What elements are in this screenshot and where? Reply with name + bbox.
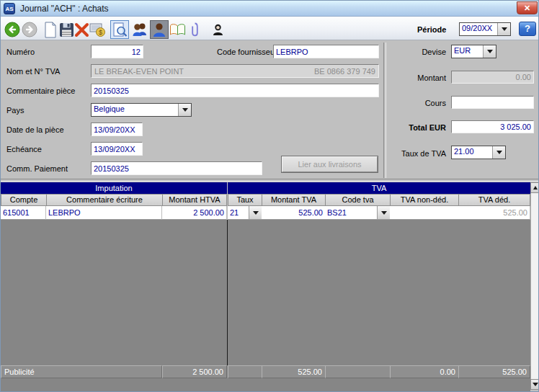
summary-taux: [228, 365, 262, 378]
back-button[interactable]: [3, 20, 22, 39]
devise-select[interactable]: EUR: [451, 45, 496, 58]
echeance-input[interactable]: [91, 142, 143, 156]
scroll-down-button[interactable]: [530, 379, 539, 390]
cell-taux[interactable]: 21: [228, 206, 262, 220]
chevron-down-icon[interactable]: [178, 104, 191, 116]
triangle-up-icon: [533, 186, 538, 190]
fournisseur-name: LE BREAK-EVEN POINT: [94, 67, 184, 76]
summary-tva-ded: 525.00: [458, 365, 530, 378]
chevron-down-icon[interactable]: [497, 23, 510, 35]
col-header-code-tva[interactable]: Code tva: [325, 194, 391, 206]
period-value: 09/20XX: [460, 23, 497, 35]
summary-montant-tva: 525.00: [262, 365, 326, 378]
total-eur-input[interactable]: [451, 120, 534, 133]
echeance-label: Echéance: [6, 145, 42, 153]
devise-value: EUR: [452, 45, 483, 58]
forward-icon: [22, 22, 37, 37]
group-header-imputation: Imputation: [1, 182, 227, 194]
title-bar: AS Journal "ACH" : Achats: [1, 1, 538, 17]
chevron-down-icon[interactable]: [377, 206, 390, 219]
code-fournisseur-input[interactable]: [273, 45, 379, 58]
close-button[interactable]: ✕: [517, 1, 538, 14]
chevron-down-icon[interactable]: [483, 45, 496, 58]
cash-button[interactable]: $: [88, 20, 107, 39]
cell-compte[interactable]: 615001: [1, 206, 46, 220]
pays-label: Pays: [6, 106, 24, 115]
app-icon: AS: [4, 3, 15, 14]
triangle-down-icon: [533, 383, 538, 386]
form-vertical-divider: [383, 43, 386, 178]
devise-label: Devise: [390, 48, 446, 56]
col-header-tva-ded[interactable]: TVA déd.: [458, 194, 530, 206]
window-title: Journal "ACH" : Achats: [20, 4, 109, 14]
nom-tva-field: LE BREAK-EVEN POINT BE 0866 379 749: [91, 64, 379, 78]
chevron-down-icon[interactable]: [249, 206, 262, 219]
users-button[interactable]: [130, 20, 149, 39]
cours-input[interactable]: [451, 96, 534, 109]
vertical-scrollbar[interactable]: [530, 182, 539, 390]
book-icon: [169, 23, 187, 37]
col-header-tva-non-ded[interactable]: TVA non-déd.: [390, 194, 459, 206]
search-document-icon: [112, 22, 128, 37]
period-label: Période: [417, 25, 446, 34]
summary-code-tva: [325, 365, 391, 378]
col-header-montant-htva[interactable]: Montant HTVA: [162, 194, 227, 206]
cell-tva-non-ded[interactable]: [390, 206, 459, 220]
comm-paiement-input[interactable]: [91, 161, 262, 175]
cell-montant-htva[interactable]: 2 500.00: [162, 206, 227, 220]
attachment-button[interactable]: [185, 20, 204, 39]
summary-account-label: Publicité: [1, 365, 162, 378]
person-button[interactable]: [208, 20, 227, 39]
cours-label: Cours: [390, 99, 446, 107]
code-tva-value: BS21: [325, 206, 377, 219]
period-select[interactable]: 09/20XX: [459, 22, 511, 36]
fournisseur-vat-number: BE 0866 379 749: [314, 67, 375, 76]
date-piece-input[interactable]: [91, 122, 143, 136]
journal-window: AS Journal "ACH" : Achats ✕: [0, 0, 539, 392]
summary-tva-non-ded: 0.00: [390, 365, 459, 378]
cell-commentaire[interactable]: LEBRPO: [46, 206, 162, 220]
total-eur-label: Total EUR: [390, 123, 446, 132]
numero-input[interactable]: [91, 45, 143, 58]
back-icon: [4, 22, 20, 37]
col-header-montant-tva[interactable]: Montant TVA: [262, 194, 326, 206]
chevron-down-icon[interactable]: [492, 146, 505, 159]
code-fournisseur-label: Code fournisseur: [217, 48, 277, 56]
date-piece-label: Date de la pièce: [6, 125, 64, 134]
scroll-up-button[interactable]: [530, 182, 539, 193]
montant-input: [451, 71, 534, 84]
cell-code-tva[interactable]: BS21: [325, 206, 391, 220]
form-bottom-divider: [1, 179, 539, 182]
forward-button[interactable]: [20, 20, 39, 39]
lier-livraisons-button[interactable]: Lier aux livraisons: [282, 156, 378, 172]
numero-label: Numéro: [6, 48, 35, 56]
help-button[interactable]: ?: [519, 22, 536, 36]
summary-montant-htva: 2 500.00: [162, 365, 227, 378]
col-header-taux[interactable]: Taux: [228, 194, 262, 206]
cell-montant-tva[interactable]: 525.00: [262, 206, 326, 220]
svg-text:$: $: [99, 29, 102, 36]
cash-icon: $: [89, 22, 106, 37]
taux-value: 21: [228, 206, 249, 219]
col-header-commentaire[interactable]: Commentaire écriture: [46, 194, 163, 206]
book-button[interactable]: [168, 20, 187, 39]
user-icon: [152, 22, 166, 37]
taux-tva-label: Taux de TVA: [390, 149, 446, 158]
pays-value: Belgique: [92, 104, 178, 116]
cell-tva-ded: 525.00: [458, 206, 530, 220]
users-icon: [131, 22, 148, 37]
commentaire-piece-input[interactable]: [91, 84, 379, 97]
search-document-button[interactable]: [110, 20, 129, 39]
taux-tva-select[interactable]: 21.00: [451, 146, 506, 159]
commentaire-piece-label: Commentaire pièce: [6, 86, 75, 95]
new-document-icon: [43, 22, 58, 38]
grid-section-divider: [227, 220, 228, 365]
user-button[interactable]: [150, 20, 169, 39]
col-header-compte[interactable]: Compte: [1, 194, 47, 206]
montant-label: Montant: [390, 74, 446, 82]
taux-tva-value: 21.00: [452, 146, 492, 159]
group-header-tva: TVA: [228, 182, 530, 194]
nom-tva-label: Nom et N° TVA: [6, 67, 60, 76]
person-icon: [213, 24, 223, 36]
pays-select[interactable]: Belgique: [91, 103, 192, 117]
